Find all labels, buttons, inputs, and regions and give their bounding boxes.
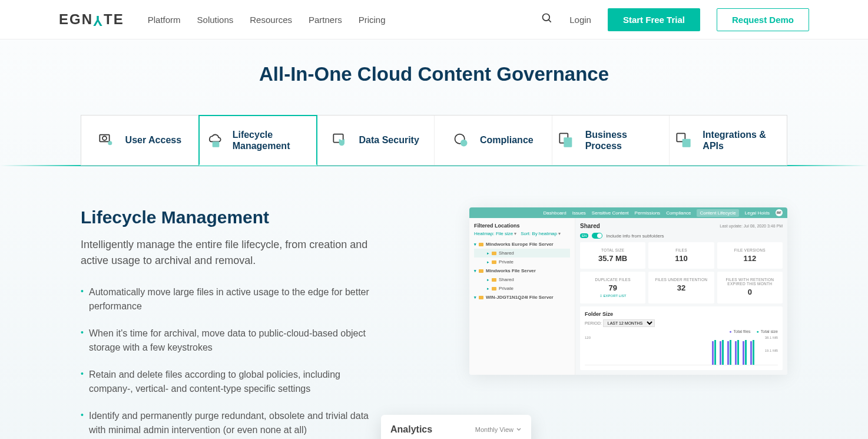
nav-platform[interactable]: Platform: [148, 15, 181, 25]
svg-rect-10: [564, 138, 572, 147]
tree-item: ▸Shared: [474, 275, 570, 284]
dash-sidebar: Filtered Locations Heatmap: File size ▾ …: [469, 218, 575, 375]
analytics-card: Analytics Monthly View: [381, 415, 531, 439]
tree-item: ▸Private: [474, 258, 570, 266]
dash-nav-item: Issues: [572, 210, 586, 216]
request-demo-button[interactable]: Request Demo: [717, 8, 809, 31]
bullet: Identify and permanently purge redundant…: [81, 409, 375, 437]
toggle-row: EN Include info from subfolders: [580, 233, 783, 239]
avatar: RF: [776, 209, 783, 216]
bullets: Automatically move large files in active…: [81, 285, 375, 439]
nav-partners[interactable]: Partners: [309, 15, 342, 25]
stat-card: FILES WITH RETENTION EXPIRED THIS MONTH0: [717, 272, 783, 303]
stat-card: FILES UNDER RETENTION32: [648, 272, 714, 303]
tab-label: Business Process: [585, 129, 664, 151]
tab-label: Integrations & APIs: [703, 129, 781, 151]
hero: All-In-One Cloud Content Governance User…: [0, 39, 868, 439]
plug-icon: [675, 132, 692, 148]
tab-data-security[interactable]: Data Security: [317, 115, 435, 165]
folder-size-chart: Folder Size PERIOD: LAST 12 MONTHS Total…: [580, 306, 783, 370]
dash-nav-item: Sensitive Content: [592, 210, 629, 216]
cloud-cycle-icon: [206, 132, 222, 148]
nav-solutions[interactable]: Solutions: [197, 15, 234, 25]
tab-business-process[interactable]: Business Process: [552, 115, 670, 165]
bars: 120 38.1 MB 19.1 MB: [585, 336, 778, 365]
login-link[interactable]: Login: [569, 15, 591, 25]
sidebar-title: Filtered Locations: [474, 223, 570, 229]
dash-nav-item: Legal Holds: [745, 210, 770, 216]
svg-rect-12: [683, 139, 691, 147]
tab-label: Data Security: [359, 135, 419, 146]
stat-card: TOTAL SIZE35.7 MB: [580, 242, 645, 269]
svg-point-4: [108, 141, 112, 145]
svg-point-3: [102, 136, 107, 140]
content: Lifecycle Management Intelligently manag…: [81, 166, 787, 439]
layers-icon: [558, 132, 575, 148]
stat-card: FILES110: [648, 242, 714, 269]
tab-user-access[interactable]: User Access: [81, 115, 199, 165]
tab-label: Lifecycle Management: [233, 129, 311, 151]
globe-icon: [98, 132, 115, 148]
svg-point-0: [543, 14, 550, 21]
header: EGNYTE Platform Solutions Resources Part…: [0, 0, 868, 39]
tree-item: ▸Shared: [474, 249, 570, 258]
chart-title: Folder Size: [585, 311, 778, 317]
content-right: Dashboard Issues Sensitive Content Permi…: [405, 207, 787, 439]
tab-compliance[interactable]: Compliance: [435, 115, 552, 165]
tree-item: ▸Private: [474, 284, 570, 293]
section-sub: Intelligently manage the entire file lif…: [81, 237, 375, 269]
tab-integrations[interactable]: Integrations & APIs: [670, 115, 787, 165]
search-icon[interactable]: [541, 12, 553, 27]
main-nav: Platform Solutions Resources Partners Pr…: [148, 15, 386, 25]
tab-lifecycle[interactable]: Lifecycle Management: [198, 115, 318, 166]
tabs: User Access Lifecycle Management Data Se…: [81, 115, 787, 166]
dash-header: Shared: [580, 223, 600, 229]
analytics-view-select[interactable]: Monthly View: [475, 426, 522, 433]
section-heading: Lifecycle Management: [81, 207, 375, 227]
toggle-icon: [592, 233, 602, 239]
dash-nav-item: Dashboard: [544, 210, 566, 216]
tab-label: User Access: [125, 135, 181, 146]
compliance-icon: [453, 132, 469, 148]
svg-line-1: [549, 20, 551, 22]
dash-main: Shared Last update: Jul 08, 2020 3:48 PM…: [575, 218, 787, 375]
content-left: Lifecycle Management Intelligently manag…: [81, 207, 375, 439]
stat-card: FILE VERSIONS112: [717, 242, 783, 269]
nav-resources[interactable]: Resources: [250, 15, 292, 25]
nav-pricing[interactable]: Pricing: [359, 15, 386, 25]
bullet: Automatically move large files in active…: [81, 285, 375, 313]
tree-item: ▾WIN-JDGT1N1Q24I File Server: [474, 293, 570, 302]
dash-updated: Last update: Jul 08, 2020 3:48 PM: [720, 224, 783, 228]
analytics-title: Analytics: [390, 424, 432, 435]
dash-nav-item: Permissions: [635, 210, 661, 216]
shield-icon: [332, 132, 349, 148]
chevron-down-icon: [516, 427, 522, 433]
svg-rect-5: [212, 142, 219, 147]
bullet: When it's time for archival, move data t…: [81, 326, 375, 355]
hero-title: All-In-One Cloud Content Governance: [0, 63, 868, 85]
dash-topnav: Dashboard Issues Sensitive Content Permi…: [469, 207, 787, 218]
svg-point-8: [460, 140, 468, 147]
tab-label: Compliance: [480, 135, 534, 146]
period-select: LAST 12 MONTHS: [603, 319, 655, 327]
tree-item: ▾Mindworks Europe File Server: [474, 240, 570, 249]
tree-item: ▾Mindworks File Server: [474, 266, 570, 275]
dash-nav-item: Compliance: [666, 210, 691, 216]
bullet: Retain and delete files according to glo…: [81, 368, 375, 396]
logo[interactable]: EGNYTE: [59, 11, 124, 28]
stat-card: DUPLICATE FILES79⇩ EXPORT LIST: [580, 272, 645, 303]
dashboard-screenshot: Dashboard Issues Sensitive Content Permi…: [469, 207, 787, 375]
start-free-trial-button[interactable]: Start Free Trial: [608, 8, 700, 31]
sidebar-filters: Heatmap: File size ▾ Sort: By heatmap ▾: [474, 231, 570, 236]
dash-nav-item: Content Lifecycle: [697, 209, 738, 217]
